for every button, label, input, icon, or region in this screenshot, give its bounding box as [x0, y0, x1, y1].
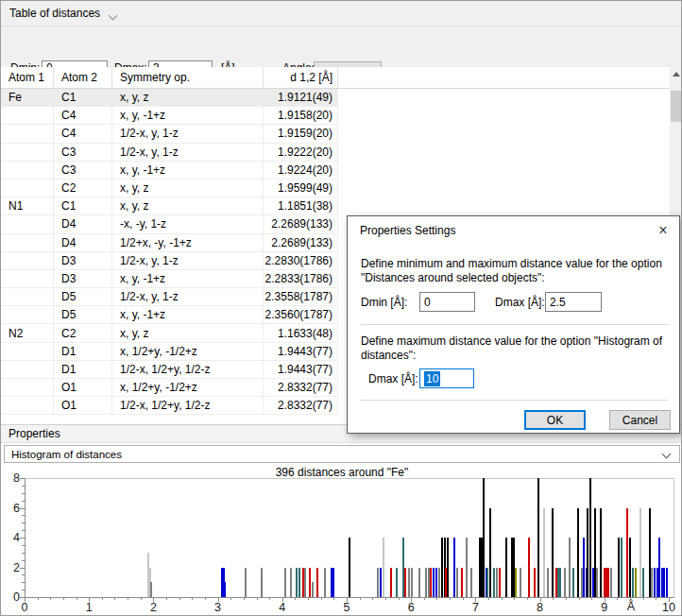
dialog-hist-dmax-input[interactable]: 10 [419, 368, 474, 388]
scrollbar-up-icon[interactable] [670, 67, 682, 81]
header-distance[interactable]: d 1,2 [Å] [264, 67, 338, 88]
header-atom1[interactable]: Atom 1 [1, 67, 54, 88]
histogram-bar[interactable] [559, 568, 561, 598]
histogram-bar[interactable] [447, 538, 449, 597]
table-row[interactable]: C4x, y, -1+z1.9158(20) [1, 107, 338, 125]
dialog-dmax-input[interactable]: 2.5 [545, 292, 602, 312]
histogram-bar[interactable] [411, 568, 413, 598]
header-atom2[interactable]: Atom 2 [54, 67, 112, 88]
histogram-bar[interactable] [380, 568, 382, 598]
histogram-bar[interactable] [572, 568, 574, 598]
histogram-bar[interactable] [245, 568, 247, 598]
histogram-bar[interactable] [607, 568, 609, 598]
histogram-bar[interactable] [425, 568, 427, 598]
histogram-bar[interactable] [496, 568, 498, 598]
histogram-bar[interactable] [430, 568, 432, 598]
panel-titlebar[interactable]: Table of distances [1, 1, 681, 26]
histogram-bar[interactable] [666, 568, 668, 598]
histogram-bar[interactable] [489, 508, 491, 598]
histogram-bar[interactable] [316, 568, 318, 598]
dialog-dmin-input[interactable]: 0 [419, 292, 475, 312]
histogram-bar[interactable] [528, 538, 530, 597]
histogram-bar[interactable] [600, 508, 602, 598]
histogram-bar[interactable] [284, 568, 286, 598]
histogram-bar[interactable] [587, 508, 588, 598]
table-row[interactable]: N1C1x, y, z1.1851(38) [1, 197, 338, 215]
histogram-bar[interactable] [396, 568, 398, 598]
histogram-bar[interactable] [626, 508, 628, 598]
histogram-bar[interactable] [312, 582, 314, 597]
histogram-bar[interactable] [296, 568, 298, 598]
histogram-bar[interactable] [150, 582, 152, 597]
scrollbar-thumb[interactable] [671, 91, 681, 122]
close-icon[interactable]: × [647, 216, 679, 244]
table-row[interactable]: D4-x, -y, 1-z2.2689(133) [1, 215, 338, 233]
histogram-bar[interactable] [404, 568, 406, 598]
histogram-bar[interactable] [298, 568, 300, 598]
histogram-bar[interactable] [520, 568, 521, 598]
histogram-bar[interactable] [390, 568, 392, 598]
histogram-bar[interactable] [621, 538, 622, 597]
histogram-bar[interactable] [456, 568, 458, 598]
histogram-bar[interactable] [428, 568, 430, 598]
histogram-bar[interactable] [453, 538, 455, 597]
histogram-bar[interactable] [635, 568, 637, 598]
table-row[interactable]: C3x, y, -1+z1.9224(20) [1, 162, 338, 180]
histogram-bar[interactable] [493, 568, 495, 598]
histogram-bar[interactable] [663, 568, 665, 598]
histogram-bar[interactable] [499, 568, 501, 598]
table-row[interactable]: O11/2-x, 1/2+y, 1/2-z2.8332(77) [1, 397, 338, 415]
histogram-bar[interactable] [547, 568, 549, 598]
histogram-bar[interactable] [438, 568, 440, 598]
histogram-bar[interactable] [543, 508, 545, 598]
histogram-bar[interactable] [515, 568, 517, 598]
histogram-bar[interactable] [324, 568, 326, 598]
histogram-bar[interactable] [304, 568, 306, 598]
histogram-bar[interactable] [331, 568, 332, 598]
histogram-bar[interactable] [651, 568, 653, 598]
panel-dropdown-icon[interactable] [109, 10, 118, 20]
histogram-bar[interactable] [639, 508, 641, 598]
histogram-bar[interactable] [552, 508, 554, 598]
histogram-bar[interactable] [377, 568, 379, 598]
table-row[interactable]: FeC1x, y, z1.9121(49) [1, 89, 338, 107]
table-row[interactable]: D11/2-x, 1/2+y, 1/2-z1.9443(77) [1, 361, 338, 379]
histogram-bar[interactable] [349, 538, 350, 597]
table-row[interactable]: C41/2-x, y, 1-z1.9159(20) [1, 125, 338, 143]
histogram-bar[interactable] [383, 538, 384, 597]
histogram-bar[interactable] [642, 568, 644, 598]
histogram-bar[interactable] [441, 538, 443, 597]
table-row[interactable]: D5x, y, -1+z2.3560(1787) [1, 306, 338, 324]
histogram-bar[interactable] [408, 568, 410, 598]
table-row[interactable]: D31/2-x, y, 1-z2.2830(1786) [1, 252, 338, 270]
histogram-bar[interactable] [418, 568, 420, 598]
histogram-bar[interactable] [435, 568, 437, 598]
header-symmetry[interactable]: Symmetry op. [112, 67, 264, 88]
histogram-bar[interactable] [224, 582, 226, 597]
histogram-bar[interactable] [656, 568, 658, 598]
histogram-bar[interactable] [290, 568, 292, 598]
histogram-bar[interactable] [658, 538, 660, 597]
ok-button[interactable]: OK [524, 410, 586, 430]
histogram-bar[interactable] [654, 568, 656, 598]
cancel-button[interactable]: Cancel [609, 410, 671, 430]
histogram-bar[interactable] [483, 478, 485, 597]
histogram-bar[interactable] [564, 568, 566, 598]
histogram-bar[interactable] [569, 538, 571, 597]
histogram-bar[interactable] [505, 538, 507, 597]
table-row[interactable]: D51/2-x, y, 1-z2.3558(1787) [1, 288, 338, 306]
table-row[interactable]: O1x, 1/2+y, -1/2+z2.8332(77) [1, 379, 338, 397]
histogram-bar[interactable] [461, 568, 463, 598]
table-row[interactable]: C2x, y, z1.9599(49) [1, 180, 338, 197]
histogram-bar[interactable] [309, 568, 311, 598]
histogram-bar[interactable] [583, 538, 585, 597]
histogram-bar[interactable] [486, 568, 488, 598]
table-row[interactable]: C31/2-x, y, 1-z1.9222(20) [1, 144, 338, 162]
histogram-bar[interactable] [629, 538, 631, 597]
histogram-bar[interactable] [466, 538, 468, 597]
histogram-bar[interactable] [577, 508, 579, 598]
histogram-bar[interactable] [610, 568, 612, 598]
histogram-bar[interactable] [433, 568, 435, 598]
histogram-bar[interactable] [537, 478, 539, 597]
histogram-bar[interactable] [470, 568, 472, 598]
